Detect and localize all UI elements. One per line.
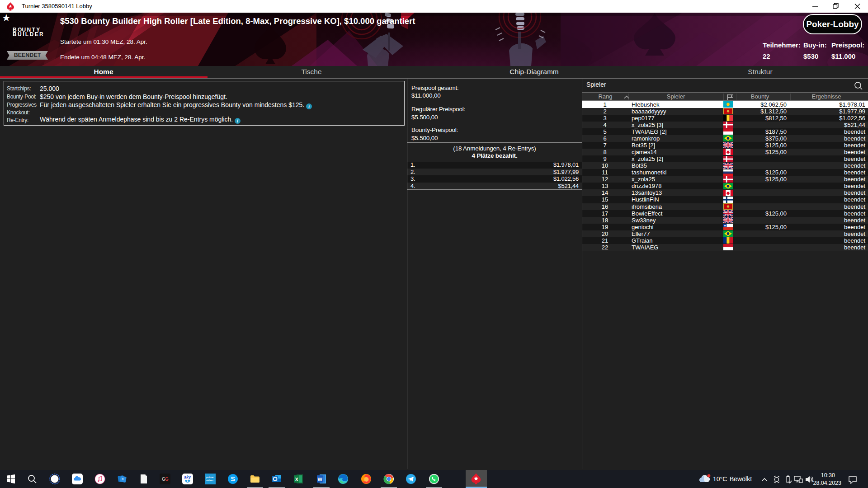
svg-text:sky: sky xyxy=(184,475,191,479)
svg-text:video: video xyxy=(206,479,213,482)
svg-text:prime: prime xyxy=(206,476,214,479)
svg-text:S: S xyxy=(231,475,235,483)
svg-text:X: X xyxy=(295,477,299,482)
svg-text:G: G xyxy=(165,477,169,482)
svg-text:W: W xyxy=(318,477,323,482)
